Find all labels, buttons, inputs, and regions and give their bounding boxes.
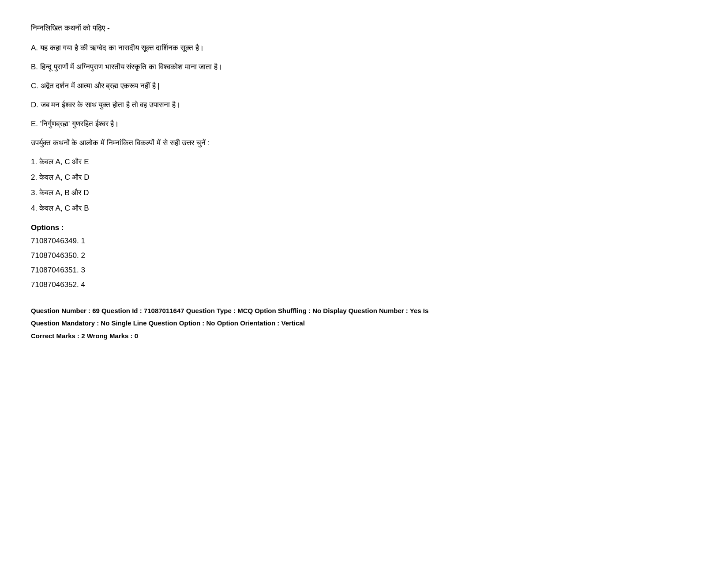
choice-1: 1. केवल A, C और E bbox=[31, 156, 693, 169]
option-id-3: 71087046351. 3 bbox=[31, 264, 693, 277]
direction-text: उपर्युक्त कथनों के आलोक में निम्नांकित व… bbox=[31, 137, 693, 149]
meta-line3: Correct Marks : 2 Wrong Marks : 0 bbox=[31, 330, 693, 343]
meta-info: Question Number : 69 Question Id : 71087… bbox=[31, 305, 693, 343]
choice-3: 3. केवल A, B और D bbox=[31, 187, 693, 200]
statement-d: D. जब मन ईश्वर के साथ युक्त होता है तो व… bbox=[31, 99, 693, 112]
instruction-text: निम्नलिखित कथनों को पढ़िए - bbox=[31, 22, 693, 34]
choice-4: 4. केवल A, C और B bbox=[31, 202, 693, 215]
choices-list: 1. केवल A, C और E 2. केवल A, C और D 3. क… bbox=[31, 156, 693, 215]
option-id-1: 71087046349. 1 bbox=[31, 235, 693, 248]
statement-b: B. हिन्दू पुराणों में अग्निपुराण भारतीय … bbox=[31, 61, 693, 74]
options-label: Options : bbox=[31, 223, 693, 232]
meta-line2: Question Mandatory : No Single Line Ques… bbox=[31, 317, 693, 330]
option-id-2: 71087046350. 2 bbox=[31, 249, 693, 262]
statement-e: E. 'निर्गुणब्रह्म' गुणरहित ईश्वर है। bbox=[31, 118, 693, 131]
question-body: निम्नलिखित कथनों को पढ़िए - A. यह कहा गय… bbox=[31, 22, 693, 342]
meta-line1: Question Number : 69 Question Id : 71087… bbox=[31, 305, 693, 317]
statement-a: A. यह कहा गया है की ऋग्वेद का नासदीय सूक… bbox=[31, 42, 693, 55]
statement-c: C. अद्वैत दर्शन में आत्मा और ब्रह्म एकरू… bbox=[31, 80, 693, 93]
option-id-4: 71087046352. 4 bbox=[31, 279, 693, 291]
choice-2: 2. केवल A, C और D bbox=[31, 171, 693, 184]
